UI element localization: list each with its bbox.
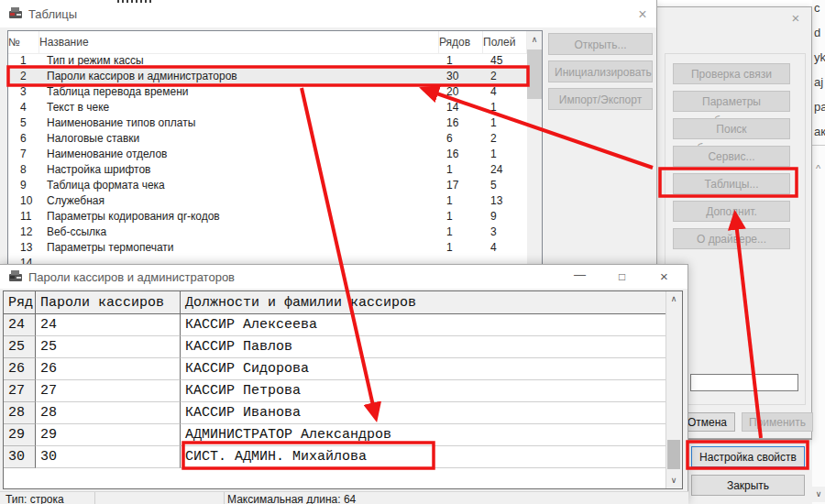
cell-rows: 17: [439, 178, 483, 193]
table-row[interactable]: 6Налоговые ставки62: [8, 131, 527, 147]
cell-rows: 1: [439, 53, 483, 69]
cell-num: 11: [8, 209, 39, 225]
close-icon[interactable]: ×: [632, 5, 653, 24]
cell-num: 2: [8, 69, 39, 84]
cell-fields: 1: [483, 115, 527, 131]
column-header-fields[interactable]: Полей: [483, 31, 527, 53]
table-row[interactable]: 2Пароли кассиров и администраторов302: [8, 69, 527, 84]
cell-row: 27: [4, 380, 36, 402]
cell-name: Тип и режим кассы: [39, 53, 439, 69]
scroll-down-icon[interactable]: ∨: [812, 487, 825, 502]
properties-setup-button[interactable]: Настройка свойств: [691, 446, 805, 467]
table-row[interactable]: 1Тип и режим кассы145: [8, 53, 527, 69]
password-row[interactable]: 2626КАССИР Сидорова: [4, 358, 666, 380]
scrollbar-thumb[interactable]: [667, 440, 680, 469]
close-icon[interactable]: ×: [787, 10, 804, 27]
table-row[interactable]: 4Текст в чеке141: [8, 100, 527, 115]
cell-row: 25: [4, 336, 36, 358]
password-row[interactable]: 2525КАССИР Павлов: [4, 336, 666, 358]
password-row[interactable]: 2828КАССИР Иванова: [4, 402, 666, 424]
minimize-icon[interactable]: —: [563, 265, 597, 289]
column-header-rows[interactable]: Рядов: [439, 31, 483, 53]
cell-position: КАССИР Петрова: [181, 380, 666, 402]
cell-num: 12: [8, 225, 39, 240]
passwords-table-header: Ряд Пароли кассиров Должности и фамилии …: [4, 291, 666, 314]
cell-name: Таблица перевода времени: [39, 84, 439, 100]
maximize-icon[interactable]: □: [605, 265, 639, 289]
table-row[interactable]: 9Таблица формата чека175: [8, 178, 527, 193]
cell-row: 26: [4, 358, 36, 380]
tables-window-title: Таблицы: [28, 7, 77, 21]
passwords-window: Пароли кассиров и администраторов — □ × …: [0, 264, 688, 504]
initialize-button[interactable]: Инициализировать: [548, 60, 653, 82]
table-row[interactable]: 3Таблица перевода времени204: [8, 84, 527, 100]
tables-titlebar: [0, 0, 656, 27]
table-row[interactable]: 5Наименование типов оплаты161: [8, 115, 527, 131]
cell-rows: 1: [439, 209, 483, 225]
apply-button[interactable]: Применить: [742, 412, 813, 432]
table-row[interactable]: 11Параметры кодирования qr-кодов19: [8, 209, 527, 225]
status-max-length: Максимальная длина: 64: [227, 493, 356, 504]
table-row[interactable]: 7Наименование отделов161: [8, 147, 527, 162]
tables-scrollbar[interactable]: ∧: [527, 31, 542, 264]
table-row[interactable]: 8Настройка шрифтов124: [8, 162, 527, 178]
cell-num: 6: [8, 131, 39, 147]
app-icon: [7, 268, 24, 285]
column-header-position: Должности и фамилии кассиров: [181, 291, 666, 314]
password-row[interactable]: 2424КАССИР Алексеева: [4, 314, 666, 336]
cell-row: 29: [4, 424, 36, 446]
cell-fields: 2: [483, 69, 527, 84]
cell-position: КАССИР Иванова: [181, 402, 666, 424]
service-button[interactable]: Сервис...: [673, 146, 790, 167]
background-text-fragment: d: [814, 26, 825, 39]
app-icon: [7, 5, 24, 22]
scroll-up-icon[interactable]: ∧: [527, 31, 542, 48]
import-export-button[interactable]: Импорт/Экспорт: [548, 88, 653, 110]
background-text-fragment: ра: [814, 100, 825, 114]
scroll-down-icon[interactable]: ∨: [666, 473, 681, 488]
password-row[interactable]: 2727КАССИР Петрова: [4, 380, 666, 402]
cell-password: 30: [36, 446, 181, 468]
search-equipment-button[interactable]: Поиск оборудования...: [673, 118, 790, 139]
passwords-scrollbar[interactable]: ∧ ∨: [666, 291, 682, 488]
open-button[interactable]: Открыть...: [548, 33, 653, 55]
cell-fields: 24: [483, 162, 527, 178]
cell-rows: 1: [439, 193, 483, 209]
column-header-name[interactable]: Название: [39, 31, 439, 53]
parameter-input[interactable]: [690, 374, 798, 391]
cell-password: 26: [36, 358, 181, 380]
table-row[interactable]: 10Служебная113: [8, 193, 527, 209]
background-text-fragment: yk: [814, 50, 825, 64]
password-row[interactable]: 2929АДМИНИСТРАТОР Александров: [4, 424, 666, 446]
cell-num: 8: [8, 162, 39, 178]
status-type: Тип: строка: [6, 493, 64, 504]
passwords-table-panel: Ряд Пароли кассиров Должности и фамилии …: [3, 290, 683, 489]
cell-position: КАССИР Павлов: [181, 336, 666, 358]
additional-params-button[interactable]: Дополнит. параметры...: [673, 201, 790, 222]
column-header-num[interactable]: №: [8, 31, 39, 53]
cell-fields: 4: [483, 84, 527, 100]
cell-rows: 16: [439, 147, 483, 162]
background-text-fragment: aj: [814, 75, 825, 89]
check-connection-button[interactable]: Проверка связи: [673, 63, 790, 84]
background-text-fragment: ак: [814, 125, 825, 138]
table-row[interactable]: 12Веб-ссылка13: [8, 225, 527, 240]
cell-fields: 4: [483, 240, 527, 256]
cell-rows: 14: [439, 100, 483, 115]
cell-password: 25: [36, 336, 181, 358]
scrollbar-thumb[interactable]: [527, 49, 542, 99]
close-window-button[interactable]: Закрыть: [691, 475, 805, 496]
tables-list: № Название Рядов Полей 1Тип и режим касс…: [7, 30, 543, 265]
cell-name: Служебная: [39, 193, 439, 209]
exchange-params-button[interactable]: Параметры обмена...: [673, 91, 790, 112]
cell-num: 3: [8, 84, 39, 100]
driver-main-window: Настройка свойств Закрыть: [683, 439, 812, 504]
table-row[interactable]: 13Параметры термопечати14: [8, 240, 527, 256]
cell-name: Веб-ссылка: [39, 225, 439, 240]
password-row[interactable]: 3030СИСТ. АДМИН. Михайлова: [4, 446, 666, 468]
tables-button[interactable]: Таблицы...: [673, 173, 790, 194]
cell-name: Текст в чеке: [39, 100, 439, 115]
scroll-up-icon[interactable]: ∧: [666, 291, 681, 307]
close-icon[interactable]: ×: [647, 265, 681, 289]
about-driver-button[interactable]: О драйвере...: [673, 228, 790, 249]
